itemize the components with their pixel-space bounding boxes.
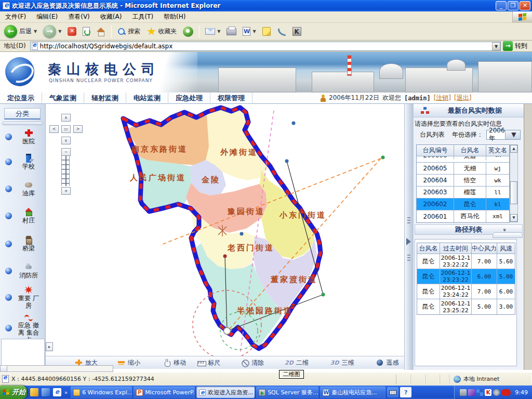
table-row-selected[interactable]: 昆仑 2006-12-1 23:23:22 6.00 5.00 xyxy=(417,269,515,284)
table-row-selected[interactable]: 200602 昆仑 kl xyxy=(417,198,509,210)
sidebar-item-school[interactable]: 学校 xyxy=(0,154,46,170)
research-button[interactable] xyxy=(275,27,288,36)
taskbar-window-word[interactable]: W 秦山核电站应急... xyxy=(320,387,385,398)
menu-favorites[interactable]: 收藏(A) xyxy=(95,12,127,21)
toggle-sphere-icon[interactable] xyxy=(5,185,12,192)
track-point[interactable] xyxy=(285,159,289,163)
table-row[interactable]: 昆仑 2006-12-1 23:22:22 7.00 5.60 xyxy=(417,254,515,269)
start-button[interactable]: 开始 xyxy=(0,385,27,399)
refresh-button[interactable] xyxy=(81,26,92,37)
sidebar-item-bridge[interactable]: 桥梁 xyxy=(0,236,46,252)
expand-down-icon[interactable]: » xyxy=(501,228,507,230)
back-button[interactable]: ← 后退▼ xyxy=(2,24,39,39)
tray-app-icon[interactable] xyxy=(468,389,475,396)
tray-network-icon[interactable] xyxy=(476,389,483,396)
minimize-button[interactable]: _ xyxy=(496,1,507,10)
home-button[interactable] xyxy=(94,26,108,37)
sidebar-item-fire-station[interactable]: 消防所 xyxy=(0,263,46,279)
search-button[interactable]: 搜索 xyxy=(115,26,142,37)
quick-launch-overflow-icon[interactable]: » xyxy=(64,390,68,395)
mail-button[interactable]: ▼ xyxy=(203,27,222,36)
frame-horizontal-scrollbar[interactable] xyxy=(0,365,113,372)
menu-file[interactable]: 文件(F) xyxy=(0,12,31,21)
tab-positioning[interactable]: 定位显示 xyxy=(0,92,42,104)
menu-tools[interactable]: 工具(T) xyxy=(127,12,158,21)
sidebar-expand-button[interactable]: ▸ xyxy=(46,342,53,351)
table-row[interactable]: 昆仑 2006-12-1 23:24:22 7.00 6.00 xyxy=(417,284,515,299)
table-row[interactable]: 昆仑 2006-12-1 23:25:22 5.00 3.00 xyxy=(417,299,515,314)
table-row[interactable]: 200601 西马伦 xml xyxy=(417,210,509,222)
sidebar-item-oil-depot[interactable]: 油库 xyxy=(0,181,46,197)
track-point[interactable] xyxy=(223,255,227,258)
logout-link[interactable]: [注销] xyxy=(434,94,451,102)
panel-splitter[interactable] xyxy=(404,104,413,370)
taskbar-window-explorer-group[interactable]: 6 Windows Expl...▼ xyxy=(71,387,132,398)
toggle-sphere-icon[interactable] xyxy=(5,134,12,140)
zoom-slider[interactable] xyxy=(61,156,70,186)
year-dropdown-icon[interactable]: ▼ xyxy=(505,130,520,139)
favorites-button[interactable]: 收藏夹 xyxy=(144,26,179,37)
view-2d-tool[interactable]: 2D二维 xyxy=(285,358,309,367)
horizontal-scroll-tab[interactable] xyxy=(493,232,523,238)
typhoon-center-marker[interactable] xyxy=(224,328,231,335)
zoom-in-step-button[interactable]: + xyxy=(61,187,71,195)
tab-emergency[interactable]: 应急处理 xyxy=(168,92,210,104)
exit-link[interactable]: [退出] xyxy=(454,94,471,102)
scroll-up-icon[interactable]: ▲ xyxy=(510,145,517,153)
tray-ati-icon[interactable] xyxy=(501,389,511,396)
track-point[interactable] xyxy=(322,293,325,297)
year-select[interactable]: 2006年 ▼ xyxy=(486,130,521,140)
taskbar-window-powerpoint[interactable]: P Microsoft PowerP... xyxy=(134,387,195,398)
go-button[interactable]: → 转到 xyxy=(503,41,530,51)
print-button[interactable] xyxy=(224,27,238,36)
ruler-tool[interactable]: 标尺 xyxy=(197,358,220,367)
table-row[interactable]: 200606 太虚 tx xyxy=(417,156,509,163)
district-map[interactable]: 南京东路街道 外滩街道 人民广场街道 金陵 豫园街道 小东门街道 老西门街道 董… xyxy=(46,104,404,356)
zoom-out-tool[interactable]: 缩小 xyxy=(117,358,140,367)
forward-button[interactable]: →▼ xyxy=(41,24,63,39)
toggle-sphere-icon[interactable] xyxy=(5,212,12,219)
ie-quick-launch-icon[interactable]: e xyxy=(53,388,61,396)
restore-button[interactable]: ❐ xyxy=(508,1,518,10)
input-method-button[interactable] xyxy=(387,387,398,397)
toggle-sphere-icon[interactable] xyxy=(5,268,12,274)
ime-help-button[interactable]: ? xyxy=(400,387,411,397)
full-extent-button[interactable]: ▭ xyxy=(61,125,71,133)
clear-tool[interactable]: 清除 xyxy=(241,358,264,367)
scroll-down-icon[interactable]: ▼ xyxy=(510,214,517,222)
tab-weather[interactable]: 气象监测 xyxy=(42,92,84,104)
toggle-sphere-icon[interactable] xyxy=(5,325,12,331)
address-dropdown[interactable]: ▼ xyxy=(492,42,500,50)
scroll-thumb[interactable] xyxy=(510,181,517,204)
tab-station[interactable]: 电站监测 xyxy=(126,92,168,104)
close-button[interactable]: ✕ xyxy=(520,1,530,10)
toggle-sphere-icon[interactable] xyxy=(5,241,12,247)
table-row[interactable]: 200603 榴莲 ll xyxy=(417,187,509,198)
stop-button[interactable]: ✕ xyxy=(65,26,78,37)
table-row[interactable]: 200604 悟空 wk xyxy=(417,175,509,187)
menu-view[interactable]: 查看(V) xyxy=(63,12,95,21)
messenger-button[interactable] xyxy=(260,26,273,37)
tab-permissions[interactable]: 权限管理 xyxy=(210,92,252,104)
tray-volume-icon[interactable] xyxy=(493,389,500,396)
tab-radiation[interactable]: 辐射监测 xyxy=(84,92,126,104)
menu-edit[interactable]: 编辑(E) xyxy=(31,12,63,21)
view-3d-tool[interactable]: 3D三维 xyxy=(330,358,354,367)
category-title[interactable]: 分类 xyxy=(4,108,41,119)
sidebar-item-key-plant[interactable]: 重要 厂房 xyxy=(0,286,46,309)
antivirus-button[interactable]: K xyxy=(290,26,303,37)
taskbar-window-ie-active[interactable]: e 欢迎进入应急资... xyxy=(196,387,255,398)
pan-left-button[interactable]: < xyxy=(49,125,59,133)
category-scrollbar[interactable] xyxy=(2,122,43,125)
sidebar-item-village[interactable]: 村庄 xyxy=(0,208,46,224)
pan-down-button[interactable]: ∨ xyxy=(61,137,71,144)
tray-sql-icon[interactable] xyxy=(460,389,467,396)
track-point[interactable] xyxy=(240,232,244,236)
typhoon-table-scrollbar[interactable]: ▲ ▼ xyxy=(510,144,518,222)
remote-sensing-tool[interactable]: 遥感 xyxy=(376,358,399,367)
tray-antivirus-icon[interactable]: K xyxy=(485,389,491,396)
region-renminguangchang[interactable] xyxy=(137,156,191,211)
quick-launch-icon[interactable] xyxy=(42,388,50,396)
track-point[interactable] xyxy=(292,122,296,125)
toggle-sphere-icon[interactable] xyxy=(5,158,12,165)
